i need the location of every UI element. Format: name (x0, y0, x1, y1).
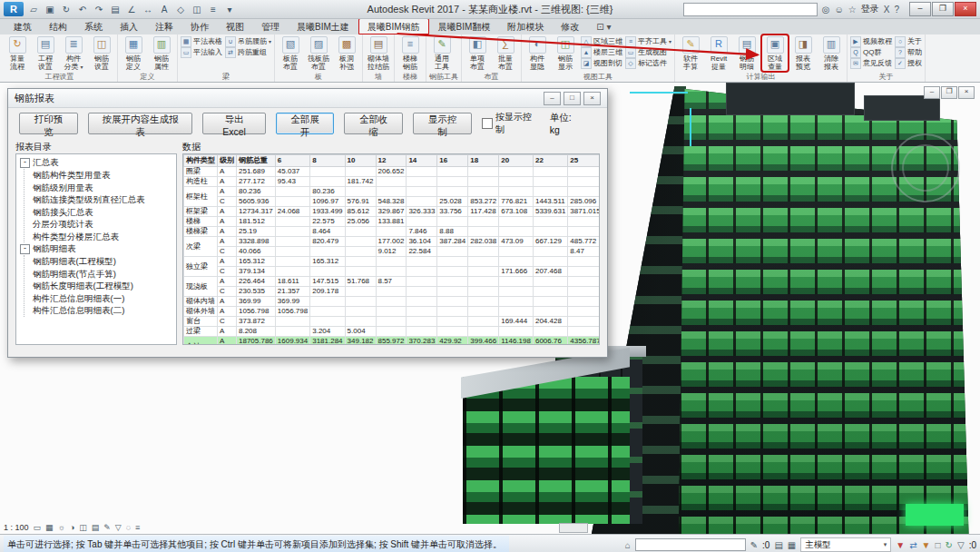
table-row[interactable]: 框架梁A12734.31724.0681933.49985.612329.867… (184, 207, 601, 217)
favorites-star-icon[interactable]: ☆ (848, 5, 857, 15)
shadows-icon[interactable]: ◑ (70, 523, 74, 532)
tab-视图[interactable]: 视图 (218, 19, 252, 34)
region-3d-button[interactable]: △区域三维 (581, 36, 622, 46)
open-icon[interactable]: ▱ (27, 5, 40, 15)
thin-lines-icon[interactable]: ≡ (207, 5, 220, 15)
report-preview-button[interactable]: ◨报表预览 (790, 35, 816, 71)
table-row[interactable]: 框架柱A80.23680.236 (184, 187, 601, 197)
sign-in-link[interactable]: 登录 (861, 3, 879, 15)
tree-item[interactable]: 构件汇总信息明细表(二) (33, 304, 176, 317)
ribbon-state-toggle[interactable]: ⊡ ▾ (588, 19, 619, 34)
dialog-close-button[interactable]: × (583, 92, 601, 105)
tab-修改[interactable]: 修改 (553, 19, 587, 34)
redo-icon[interactable]: ↷ (93, 5, 105, 15)
tree-item[interactable]: 钢筋级别用量表 (33, 182, 176, 194)
select-pinned-icon[interactable]: ▼ (922, 540, 931, 550)
view-minimize-button[interactable]: – (924, 86, 940, 99)
table-row[interactable]: 窗台C373.872169.444204.428 (184, 317, 601, 327)
undo-icon[interactable]: ↶ (76, 5, 89, 15)
horizontal-scrollbar-thumb[interactable] (559, 523, 588, 533)
rebar-display-button[interactable]: ◫钢筋显示 (553, 35, 578, 71)
slab-rebar-button[interactable]: ▧板筋布置 (278, 35, 303, 71)
plane-method-input-button[interactable]: ▭平法输入 (181, 47, 222, 57)
tab-管理[interactable]: 管理 (253, 19, 288, 34)
tree-item[interactable]: 钢筋长度明细表(工程模型) (33, 280, 176, 292)
search-icon[interactable]: ◎ (822, 5, 830, 15)
visual-style-icon[interactable]: ▦ (45, 523, 54, 532)
close-button[interactable]: × (955, 2, 976, 16)
about-button[interactable]: ○关于 (895, 36, 922, 46)
batch-place-button[interactable]: ∑批量布置 (493, 35, 518, 71)
table-row[interactable]: 砌体内墙A369.99369.99 (184, 297, 601, 307)
print-icon[interactable]: ▤ (109, 5, 122, 15)
save-icon[interactable]: ▣ (44, 5, 56, 15)
table-row[interactable]: C230.53521.357209.178 (184, 287, 601, 297)
select-underlay-icon[interactable]: ⇄ (909, 540, 916, 550)
table-row[interactable]: C40.0669.01222.5848.47 (184, 247, 601, 257)
tree-item[interactable]: 构件汇总信息明细表(一) (33, 292, 176, 305)
section-icon[interactable]: ◫ (191, 5, 203, 15)
project-settings-button[interactable]: ▤工程设置 (33, 35, 58, 71)
view-restore-button[interactable]: ❐ (941, 86, 957, 99)
drawing-area[interactable]: – ❐ × 钢筋报表 –□× 打印预览按展开内容生成报表导出Excel全部展开全… (0, 83, 980, 534)
table-row[interactable]: 砌体外墙A1056.7981056.798 (184, 307, 601, 317)
collapse-all-button[interactable]: 全部收缩 (344, 113, 403, 134)
table-row[interactable]: 楼梯梁A25.198.4647.8468.88 (184, 227, 601, 237)
table-row[interactable]: 过梁A8.2083.2045.004 (184, 327, 601, 337)
worksets-icon[interactable]: ⌂ (625, 540, 631, 550)
floor-3d-button[interactable]: ▲楼层三维 (581, 47, 622, 57)
hanger-waist-bar-button[interactable]: ∪吊筋腰筋▾ (225, 36, 271, 46)
tab-注释[interactable]: 注释 (147, 19, 181, 34)
tree-item[interactable]: 构件类型分楼层汇总表 (33, 231, 176, 243)
table-row[interactable]: 圈梁A251.68945.037206.652 (184, 167, 601, 177)
select-by-face-icon[interactable]: □ (936, 540, 941, 550)
dialog-title-bar[interactable]: 钢筋报表 –□× (8, 89, 607, 108)
drag-on-selection-icon[interactable]: ↻ (946, 540, 953, 550)
analytical-model-icon[interactable]: ◌ (126, 523, 131, 532)
tree-node-钢筋明细表[interactable]: -钢筋明细表 (20, 242, 176, 255)
select-links-icon[interactable]: ▼ (896, 540, 905, 550)
hand-calc-button[interactable]: ✎软件手算 (678, 35, 703, 71)
table-row[interactable]: 次梁A3328.898820.479177.00236.104387.28428… (184, 237, 601, 247)
scale-button[interactable]: 1 : 100 (4, 523, 29, 532)
calc-workflow-button[interactable]: ↻算量流程 (5, 35, 30, 71)
expand-all-button[interactable]: 全部展开 (276, 113, 335, 134)
print-preview-button[interactable]: 打印预览 (19, 113, 78, 134)
aligned-dimension-icon[interactable]: ↔ (142, 5, 154, 15)
clear-report-button[interactable]: ▥清除报表 (818, 35, 844, 71)
restore-button[interactable]: ❐ (932, 2, 954, 16)
qq-group-button[interactable]: QQQ群 (850, 47, 892, 57)
rebar-properties-button[interactable]: ▥钢筋属性 (149, 35, 174, 71)
tree-item[interactable]: 钢筋接头汇总表 (33, 206, 176, 219)
align-tool-button[interactable]: ≡平齐工具▾ (625, 36, 671, 46)
exchange-apps-icon[interactable]: X (884, 5, 890, 15)
view-section-button[interactable]: ◪视图剖切 (581, 58, 622, 68)
display-control-button[interactable]: 显示控制 (413, 113, 472, 134)
crop-view-icon[interactable]: ◫ (79, 523, 87, 532)
table-row[interactable]: C379.134171.666207.468 (184, 267, 601, 277)
sun-path-icon[interactable]: ☼ (58, 523, 65, 532)
tree-item[interactable]: 钢筋连接类型级别直径汇总表 (33, 193, 176, 206)
dialog-maximize-button[interactable]: □ (564, 92, 581, 105)
measure-icon[interactable]: ∠ (125, 5, 138, 15)
tab-晨曦BIM钢筋[interactable]: 晨曦BIM钢筋 (358, 18, 429, 34)
display-control-checkbox[interactable] (482, 118, 493, 129)
video-tutorial-button[interactable]: ▶视频教程 (850, 36, 892, 46)
region-query-button[interactable]: ▣区域查量 (762, 35, 788, 71)
tree-item[interactable]: 分层分项统计表 (33, 218, 176, 231)
active-workset-select[interactable] (635, 538, 746, 551)
tree-item[interactable]: 钢筋明细表(工程模型) (33, 255, 176, 268)
feedback-button[interactable]: ✉意见反馈 (850, 58, 892, 68)
dialog-minimize-button[interactable]: – (544, 92, 561, 105)
tab-建筑[interactable]: 建筑 (5, 19, 40, 34)
collapse-icon[interactable]: - (20, 158, 30, 168)
filter-icon[interactable]: ▽ (957, 540, 965, 550)
revit-app-menu[interactable]: R (4, 2, 24, 16)
revit-takeoff-button[interactable]: RRevit提量 (706, 35, 731, 71)
rebar-define-button[interactable]: ▦钢筋定义 (121, 35, 146, 71)
tag-option-button[interactable]: ◇标记选件 (625, 58, 671, 68)
total-row[interactable]: 合计A18705.7861609.9343181.284349.182855.9… (184, 337, 601, 346)
general-tools-button[interactable]: ✎通用工具 (429, 35, 455, 71)
tab-附加模块[interactable]: 附加模块 (499, 19, 552, 34)
span-regroup-button[interactable]: ⇄跨筋重组 (225, 47, 271, 57)
